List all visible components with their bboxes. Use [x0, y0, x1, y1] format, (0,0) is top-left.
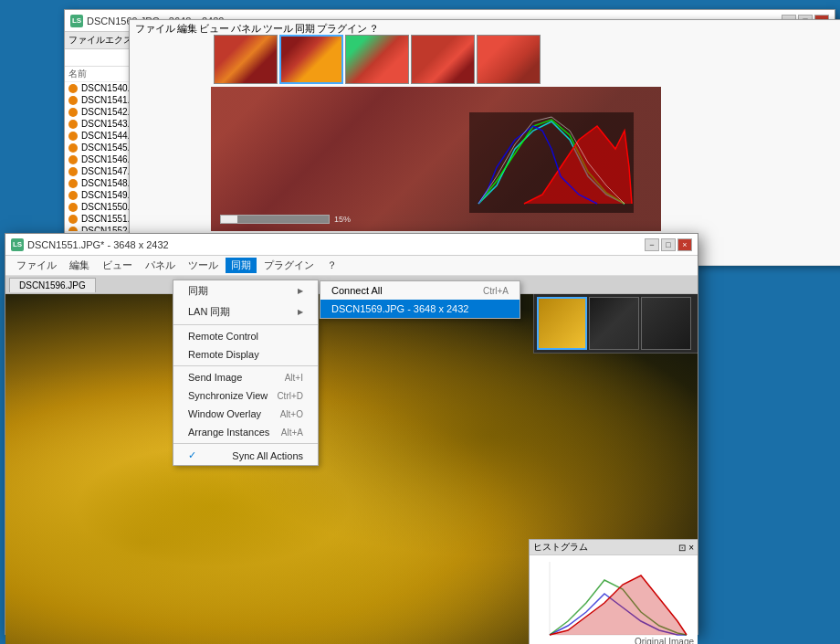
bg-window: LS DSCN1569.JPG - 3648 x 2432 − □ × ファイル… — [64, 9, 835, 256]
fg-thumb-strip — [533, 294, 698, 354]
ctx-send-image-item[interactable]: Send Image Alt+I — [173, 368, 318, 386]
thumbnail[interactable] — [477, 35, 541, 84]
fg-menu-tools[interactable]: ツール — [183, 258, 224, 273]
ctx-sync-all-actions-item[interactable]: Sync All Actions — [173, 446, 318, 465]
fg-menu-file[interactable]: ファイル — [11, 258, 62, 273]
fg-menu-plugins[interactable]: プラグイン — [258, 258, 320, 273]
fg-thumbnail[interactable] — [589, 297, 639, 350]
fg-menu-sync[interactable]: 同期 — [226, 258, 257, 273]
thumbnail-selected[interactable] — [279, 35, 343, 84]
ctx-remote-display-item[interactable]: Remote Display — [173, 345, 318, 364]
progress-bar — [220, 215, 330, 224]
fg-titlebar: LS DSCN1551.JPG* - 3648 x 2432 − □ × — [5, 234, 698, 256]
fg-menu-edit[interactable]: 編集 — [64, 258, 95, 273]
bg-app-icon: LS — [70, 15, 83, 27]
fg-window: LS DSCN1551.JPG* - 3648 x 2432 − □ × ファイ… — [5, 233, 698, 635]
submenu-connect-all[interactable]: Connect All Ctrl+A — [320, 281, 520, 300]
thumbnail[interactable] — [345, 35, 409, 84]
thumbnail[interactable] — [214, 35, 278, 84]
bg-menu-edit[interactable]: 編集 — [177, 22, 197, 263]
fg-thumbnail-selected[interactable] — [537, 297, 587, 350]
fg-histogram-svg — [530, 555, 698, 644]
sync-submenu: Connect All Ctrl+A DSCN1569.JPG - 3648 x… — [320, 280, 520, 319]
fg-close-button[interactable]: × — [677, 238, 692, 251]
histogram-area: 15% — [211, 87, 661, 231]
ctx-separator-3 — [173, 443, 318, 444]
ctx-arrange-instances-item[interactable]: Arrange Instances Alt+A — [173, 423, 318, 441]
ctx-separator-2 — [173, 365, 318, 366]
hist-close-icon[interactable]: × — [688, 543, 694, 553]
fg-menu-panel[interactable]: パネル — [140, 258, 181, 273]
bg-menu-file[interactable]: ファイル — [135, 22, 175, 263]
thumbnail[interactable] — [411, 35, 475, 84]
sync-context-menu: 同期 LAN 同期 Remote Control Remote Display … — [173, 280, 319, 466]
fg-histogram-panel: ヒストグラム ⊡× Original Image — [529, 539, 698, 644]
progress-fill — [221, 216, 237, 223]
fg-title: DSCN1551.JPG* - 3648 x 2432 — [27, 239, 645, 250]
fg-tab[interactable]: DSCN1596.JPG — [9, 278, 96, 292]
fg-minimize-button[interactable]: − — [645, 238, 659, 251]
hist-float-icon[interactable]: ⊡ — [678, 543, 686, 553]
ctx-window-overlay-item[interactable]: Window Overlay Alt+O — [173, 405, 318, 423]
fg-menubar: ファイル 編集 ビュー パネル ツール 同期 プラグイン ？ — [5, 256, 698, 276]
ctx-sync-item[interactable]: 同期 — [173, 280, 318, 301]
fg-maximize-button[interactable]: □ — [661, 238, 676, 251]
fg-menu-view[interactable]: ビュー — [97, 258, 138, 273]
ctx-lan-sync-item[interactable]: LAN 同期 — [173, 301, 318, 322]
ctx-synchronize-view-item[interactable]: Synchronize View Ctrl+D — [173, 386, 318, 405]
fg-menu-help[interactable]: ？ — [321, 258, 342, 273]
fg-image-content: ヒストグラム ⊡× Original Image — [5, 294, 698, 644]
fg-window-controls: − □ × — [645, 238, 692, 251]
ctx-separator-1 — [173, 324, 318, 325]
fg-thumbnail[interactable] — [641, 297, 691, 350]
progress-label: 15% — [334, 215, 351, 224]
submenu-dscn1569[interactable]: DSCN1569.JPG - 3648 x 2432 — [320, 300, 520, 318]
fg-app-icon: LS — [11, 238, 24, 251]
histogram-overlay — [469, 112, 634, 213]
fg-body: ヒストグラム ⊡× Original Image — [5, 294, 698, 644]
ctx-remote-control-item[interactable]: Remote Control — [173, 327, 318, 345]
original-image-label: Original Image — [635, 636, 694, 644]
fg-histogram-header: ヒストグラム ⊡× — [530, 540, 698, 555]
